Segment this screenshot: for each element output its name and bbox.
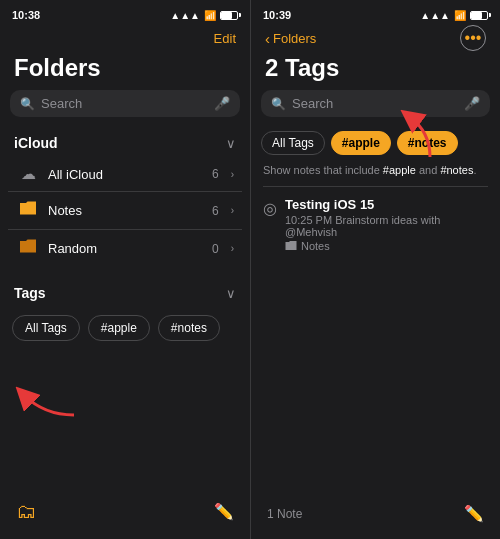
folder-count-random: 0 — [212, 242, 219, 256]
right-signal-icon: ▲▲▲ — [420, 10, 450, 21]
icloud-chevron[interactable]: ∨ — [226, 136, 236, 151]
tag-pill-apple[interactable]: #apple — [88, 315, 150, 341]
folder-count-all-icloud: 6 — [212, 167, 219, 181]
note-count: 1 Note — [267, 507, 302, 521]
note-check-icon: ◎ — [263, 199, 277, 218]
right-wifi-icon: 📶 — [454, 10, 466, 21]
right-panel: 10:39 ▲▲▲ 📶 ‹ Folders ••• 2 Tags 🔍 Searc… — [250, 0, 500, 539]
tags-container: All Tags #apple #notes — [0, 307, 250, 349]
tags-chevron[interactable]: ∨ — [226, 286, 236, 301]
folder-item-notes[interactable]: Notes 6 › — [8, 192, 242, 230]
left-status-icons: ▲▲▲ 📶 — [170, 10, 238, 21]
wifi-icon: 📶 — [204, 10, 216, 21]
folder-icon-random — [16, 238, 40, 259]
folder-item-all-icloud[interactable]: ☁ All iCloud 6 › — [8, 157, 242, 192]
right-new-note-icon[interactable]: ✏️ — [464, 504, 484, 523]
folder-name-all-icloud: All iCloud — [48, 167, 204, 182]
back-chevron-icon: ‹ — [265, 30, 270, 47]
tags-page-title: 2 Tags — [251, 54, 500, 90]
left-nav-bar: Edit — [0, 28, 250, 54]
folder-chevron-all-icloud: › — [231, 169, 234, 180]
filter-hint-notes: #notes — [440, 164, 473, 176]
note-time: 10:25 PM — [285, 214, 332, 226]
note-content: Testing iOS 15 10:25 PM Brainstorm ideas… — [285, 197, 488, 253]
right-bottom-toolbar: 1 Note ✏️ — [251, 504, 500, 523]
more-options-button[interactable]: ••• — [460, 25, 486, 51]
note-folder-icon — [285, 240, 297, 253]
folder-name-random: Random — [48, 241, 204, 256]
folder-chevron-random: › — [231, 243, 234, 254]
icloud-label: iCloud — [14, 135, 58, 151]
battery-icon — [220, 11, 238, 20]
folder-chevron-notes: › — [231, 205, 234, 216]
tag-pill-notes[interactable]: #notes — [158, 315, 220, 341]
mic-icon[interactable]: 🎤 — [214, 96, 230, 111]
note-title: Testing iOS 15 — [285, 197, 488, 212]
right-search-icon: 🔍 — [271, 97, 286, 111]
folder-list: ☁ All iCloud 6 › Notes 6 › Random 0 › — [0, 157, 250, 267]
left-panel: 10:38 ▲▲▲ 📶 Edit Folders 🔍 Search 🎤 iClo… — [0, 0, 250, 539]
right-search-placeholder: Search — [292, 96, 458, 111]
right-status-icons: ▲▲▲ 📶 — [420, 10, 488, 21]
left-time: 10:38 — [12, 9, 40, 21]
right-status-bar: 10:39 ▲▲▲ 📶 — [251, 0, 500, 28]
note-folder-name: Notes — [301, 240, 330, 252]
left-bottom-toolbar: 🗂 ✏️ — [0, 500, 250, 523]
tag-pill-all-tags[interactable]: All Tags — [12, 315, 80, 341]
red-arrow-right — [380, 112, 440, 166]
folder-icon-notes — [16, 200, 40, 221]
folder-count-notes: 6 — [212, 204, 219, 218]
folders-title: Folders — [0, 54, 250, 90]
new-note-icon[interactable]: ✏️ — [214, 502, 234, 521]
left-search-bar[interactable]: 🔍 Search 🎤 — [10, 90, 240, 117]
filter-pill-all-tags[interactable]: All Tags — [261, 131, 325, 155]
left-status-bar: 10:38 ▲▲▲ 📶 — [0, 0, 250, 28]
search-icon: 🔍 — [20, 97, 35, 111]
icloud-section-header: iCloud ∨ — [0, 127, 250, 157]
right-search-bar[interactable]: 🔍 Search 🎤 — [261, 90, 490, 117]
tags-section-header: Tags ∨ — [0, 277, 250, 307]
filter-bar: All Tags #apple #notes — [251, 127, 500, 163]
right-nav-bar: ‹ Folders ••• — [251, 28, 500, 54]
folder-item-random[interactable]: Random 0 › — [8, 230, 242, 267]
back-label: Folders — [273, 31, 316, 46]
red-arrow-left — [14, 380, 84, 424]
note-meta: 10:25 PM Brainstorm ideas with @Mehvish — [285, 214, 488, 238]
tags-section: Tags ∨ All Tags #apple #notes — [0, 277, 250, 349]
left-search-placeholder: Search — [41, 96, 208, 111]
edit-button[interactable]: Edit — [214, 31, 236, 46]
tags-label: Tags — [14, 285, 46, 301]
ellipsis-icon: ••• — [465, 30, 482, 46]
note-item[interactable]: ◎ Testing iOS 15 10:25 PM Brainstorm ide… — [251, 187, 500, 263]
new-folder-icon[interactable]: 🗂 — [16, 500, 36, 523]
filter-hint: Show notes that include #apple and #note… — [251, 163, 500, 186]
signal-icon: ▲▲▲ — [170, 10, 200, 21]
note-folder-line: Notes — [285, 240, 488, 253]
right-time: 10:39 — [263, 9, 291, 21]
right-battery-icon — [470, 11, 488, 20]
cloud-icon: ☁ — [16, 165, 40, 183]
folder-name-notes: Notes — [48, 203, 204, 218]
back-button[interactable]: ‹ Folders — [265, 30, 316, 47]
right-mic-icon[interactable]: 🎤 — [464, 96, 480, 111]
